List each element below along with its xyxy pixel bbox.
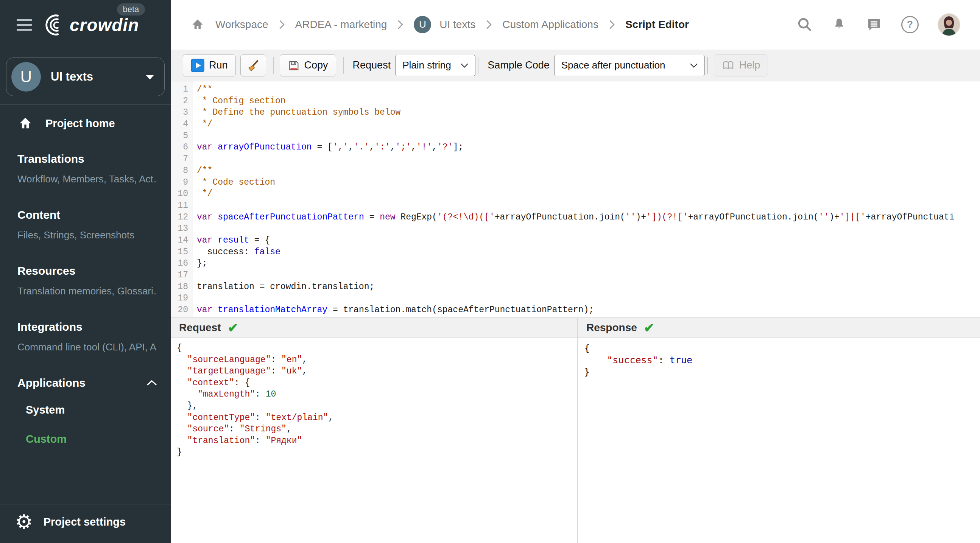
sidebar-item-custom-apps[interactable]: Custom <box>26 425 171 454</box>
project-avatar: U <box>11 62 41 92</box>
request-panel-header: Request ✔ <box>171 318 577 338</box>
sidebar-item-project-home[interactable]: Project home <box>0 105 171 142</box>
green-check-icon: ✔ <box>644 321 654 335</box>
project-name: UI texts <box>51 70 135 84</box>
code-line: 10 */ <box>171 188 980 200</box>
beta-badge: beta <box>117 3 145 16</box>
messages-icon[interactable] <box>866 17 882 33</box>
section-title: Integrations <box>18 321 157 333</box>
breadcrumb-organization[interactable]: ARDEA - marketing <box>295 19 387 31</box>
breadcrumb-workspace[interactable]: Workspace <box>215 19 268 31</box>
code-line: 3 * Define the punctuation symbols below <box>171 107 980 118</box>
json-line: "context": { <box>177 377 577 389</box>
home-icon <box>18 116 33 131</box>
sidebar-item-translations[interactable]: Translations Workflow, Members, Tasks, A… <box>0 142 171 198</box>
code-line: 20var translationMatchArray = translatio… <box>171 304 980 316</box>
chevron-up-icon[interactable] <box>146 380 157 386</box>
json-line: "success": true <box>584 354 980 366</box>
code-line: 7 <box>171 153 980 165</box>
sidebar-item-system-apps[interactable]: System <box>26 395 171 425</box>
request-response-panels: Request ✔ { "sourceLanguage": "en", "tar… <box>171 318 980 543</box>
json-line: { <box>177 343 577 354</box>
section-title: Content <box>18 208 157 221</box>
response-panel: Response ✔ { "success": true} <box>578 318 980 543</box>
sidebar-item-integrations[interactable]: Integrations Command line tool (CLI), AP… <box>0 310 171 366</box>
project-selector[interactable]: U UI texts <box>6 57 165 96</box>
green-check-icon: ✔ <box>228 321 238 335</box>
sidebar-item-applications[interactable]: Applications <box>0 366 171 392</box>
chevron-down-icon <box>461 63 468 68</box>
chevron-down-icon <box>145 74 154 80</box>
sidebar-item-content[interactable]: Content Files, Strings, Screenshots <box>0 198 171 254</box>
sample-code-select[interactable]: Space after punctuation <box>554 55 705 76</box>
code-line: 4 */ <box>171 118 980 130</box>
main-content: Run Copy Request Plain string Sample Cod… <box>171 49 980 543</box>
code-line: 13 <box>171 223 980 235</box>
search-icon[interactable] <box>797 17 813 33</box>
request-json-body[interactable]: { "sourceLanguage": "en", "targetLanguag… <box>171 338 577 543</box>
breadcrumb-custom-applications[interactable]: Custom Applications <box>502 19 598 31</box>
toolbar-separator <box>273 57 274 74</box>
json-line: "maxLength": 10 <box>177 389 577 400</box>
run-button[interactable]: Run <box>183 54 236 76</box>
code-line: 12var spaceAfterPunctuationPattern = new… <box>171 211 980 223</box>
json-line: } <box>584 366 980 378</box>
script-editor-toolbar: Run Copy Request Plain string Sample Cod… <box>171 49 980 81</box>
toolbar-separator <box>707 57 708 74</box>
section-title: Resources <box>18 265 157 277</box>
code-line: 6var arrayOfPunctuation = [',','.',':','… <box>171 141 980 153</box>
json-line: "targetLanguage": "uk", <box>177 365 577 377</box>
response-panel-header: Response ✔ <box>578 318 980 338</box>
home-icon[interactable] <box>190 18 205 32</box>
notifications-bell-icon[interactable] <box>832 17 847 33</box>
section-title: Applications <box>18 376 86 389</box>
help-button[interactable]: Help <box>714 54 768 76</box>
code-line: 5 <box>171 130 980 142</box>
applications-submenu: System Custom <box>0 392 171 464</box>
code-line: 18translation = crowdin.translation; <box>171 281 980 293</box>
sidebar-item-label: Project settings <box>43 516 126 528</box>
response-json-body[interactable]: { "success": true} <box>578 338 980 543</box>
section-subtitle: Files, Strings, Screenshots <box>18 229 157 241</box>
toolbar-separator <box>343 57 344 74</box>
user-avatar[interactable] <box>938 13 960 36</box>
json-line: } <box>177 446 577 458</box>
response-panel-title: Response <box>586 322 637 334</box>
top-actions: ? <box>797 13 960 36</box>
help-book-icon <box>722 59 735 71</box>
help-icon[interactable]: ? <box>901 16 919 33</box>
code-line: 11 <box>171 200 980 211</box>
topbar-brand-area: crowdin beta <box>0 0 171 49</box>
copy-button[interactable]: Copy <box>280 54 336 76</box>
crowdin-logo[interactable]: crowdin beta <box>44 14 139 36</box>
app-root: { "topbar": { "logo_text": "crowdin", "b… <box>0 0 980 543</box>
section-subtitle: Workflow, Members, Tasks, Act… <box>18 173 157 185</box>
json-line: }, <box>177 400 577 412</box>
clear-brush-button[interactable] <box>240 54 266 76</box>
sidebar-item-label: Project home <box>45 117 115 130</box>
request-type-value: Plain string <box>402 59 453 71</box>
code-editor[interactable]: 1/**2 * Config section3 * Define the pun… <box>171 81 980 317</box>
json-line: "sourceLanguage": "en", <box>177 354 577 366</box>
code-line: 17 <box>171 270 980 281</box>
breadcrumb-project[interactable]: UI texts <box>439 19 476 31</box>
section-subtitle: Translation memories, Glossari… <box>18 285 157 297</box>
code-line: 16}; <box>171 258 980 270</box>
sidebar: U UI texts Project home Translations Wor… <box>0 49 171 543</box>
breadcrumb-project-avatar: U <box>414 16 431 33</box>
code-line: 8/** <box>171 165 980 177</box>
request-select-label: Request <box>353 59 391 71</box>
logo-text: crowdin <box>70 15 139 35</box>
json-line: "contentType": "text/plain", <box>177 412 577 424</box>
save-copy-icon <box>288 59 300 71</box>
sample-code-value: Space after punctuation <box>562 59 682 71</box>
help-button-label: Help <box>739 59 760 71</box>
sidebar-item-resources[interactable]: Resources Translation memories, Glossari… <box>0 254 171 310</box>
sidebar-item-project-settings[interactable]: ⚙ Project settings <box>0 504 171 543</box>
gear-icon: ⚙ <box>15 514 33 529</box>
hamburger-menu-icon[interactable] <box>17 19 32 31</box>
chevron-right-icon <box>279 20 285 30</box>
top-header: Workspace ARDEA - marketing U UI texts C… <box>171 0 980 49</box>
request-type-select[interactable]: Plain string <box>395 55 476 76</box>
request-panel: Request ✔ { "sourceLanguage": "en", "tar… <box>171 318 578 543</box>
